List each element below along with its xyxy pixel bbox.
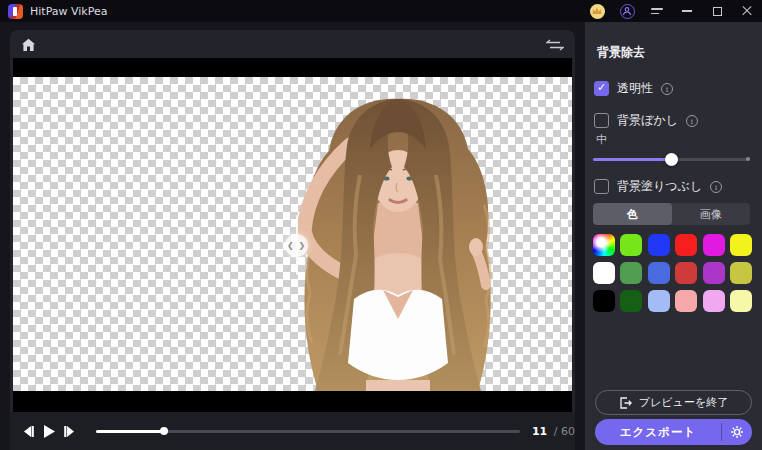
fill-option-row: 背景塗りつぶし — [594, 178, 722, 195]
canvas-panel: ❮ ❯ 11 / 60 — [10, 30, 575, 450]
transparency-option-row: 透明性 — [594, 80, 673, 97]
color-swatch[interactable] — [620, 290, 642, 312]
color-swatch[interactable] — [675, 290, 697, 312]
background-blur-checkbox[interactable] — [594, 113, 609, 128]
color-swatch-grid — [593, 234, 752, 312]
account-avatar — [620, 4, 635, 19]
background-blur-info-icon[interactable] — [686, 115, 698, 127]
vip-badge — [590, 4, 605, 19]
play-icon[interactable] — [39, 420, 60, 442]
titlebar: HitPaw VikPea — [0, 0, 762, 22]
color-swatch[interactable] — [703, 262, 725, 284]
blur-level-label: 中 — [596, 132, 607, 147]
blur-strength-slider-thumb[interactable] — [665, 153, 678, 166]
player-bar: 11 / 60 — [10, 412, 575, 450]
background-blur-label: 背景ぼかし — [617, 112, 678, 129]
color-swatch[interactable] — [620, 262, 642, 284]
color-swatch[interactable] — [675, 262, 697, 284]
next-frame-icon[interactable] — [60, 420, 81, 442]
timeline-slider[interactable] — [96, 424, 520, 438]
app-title: HitPaw VikPea — [30, 5, 107, 18]
export-button[interactable]: エクスポート — [595, 419, 752, 445]
background-fill-checkbox[interactable] — [594, 179, 609, 194]
color-swatch[interactable] — [730, 290, 752, 312]
close-icon[interactable] — [732, 0, 762, 22]
video-preview-area[interactable]: ❮ ❯ — [13, 58, 572, 412]
canvas-toolbar — [10, 30, 575, 58]
blur-strength-slider-fill — [593, 158, 672, 161]
color-swatch[interactable] — [703, 234, 725, 256]
background-removal-panel: 背景除去 透明性 背景ぼかし 中 背景塗りつぶし 色 画像 プレビューを終了 エ… — [585, 22, 762, 450]
panel-title: 背景除去 — [597, 44, 645, 61]
color-swatch[interactable] — [593, 290, 615, 312]
home-icon[interactable] — [17, 35, 39, 55]
color-swatch[interactable] — [703, 290, 725, 312]
color-swatch[interactable] — [730, 234, 752, 256]
tab-image[interactable]: 画像 — [672, 203, 751, 225]
total-frames: / 60 — [554, 425, 575, 438]
subject-image — [280, 85, 515, 391]
frame-counter: 11 / 60 — [532, 425, 575, 438]
background-fill-info-icon[interactable] — [710, 181, 722, 193]
color-swatch[interactable] — [648, 290, 670, 312]
color-swatch[interactable] — [648, 234, 670, 256]
timeline-fill — [96, 430, 164, 433]
account-icon[interactable] — [612, 0, 642, 22]
exit-icon — [619, 397, 632, 409]
timeline-thumb[interactable] — [160, 427, 168, 435]
exit-preview-label: プレビューを終了 — [639, 395, 728, 410]
color-swatch[interactable] — [620, 234, 642, 256]
maximize-icon[interactable] — [702, 0, 732, 22]
blur-strength-slider[interactable] — [593, 151, 750, 167]
blur-option-row: 背景ぼかし — [594, 112, 698, 129]
compare-arrows-icon[interactable] — [543, 35, 567, 55]
tab-color[interactable]: 色 — [593, 203, 672, 225]
color-picker-swatch[interactable] — [593, 234, 615, 256]
color-swatch[interactable] — [593, 262, 615, 284]
color-swatch[interactable] — [648, 262, 670, 284]
exit-preview-button[interactable]: プレビューを終了 — [595, 390, 752, 415]
transparency-info-icon[interactable] — [661, 83, 673, 95]
color-swatch[interactable] — [730, 262, 752, 284]
app-logo-icon — [8, 4, 23, 19]
export-label[interactable]: エクスポート — [595, 419, 721, 445]
minimize-icon[interactable] — [672, 0, 702, 22]
background-fill-label: 背景塗りつぶし — [617, 178, 702, 195]
current-frame: 11 — [532, 425, 547, 438]
previous-frame-icon[interactable] — [18, 420, 39, 442]
titlebar-controls — [582, 0, 762, 22]
transparency-checkbox[interactable] — [594, 81, 609, 96]
vip-icon[interactable] — [582, 0, 612, 22]
color-swatch[interactable] — [675, 234, 697, 256]
compare-slider-handle[interactable]: ❮ ❯ — [285, 234, 308, 257]
fill-source-tabs: 色 画像 — [593, 203, 750, 225]
transparency-label: 透明性 — [617, 80, 653, 97]
menu-icon[interactable] — [642, 0, 672, 22]
export-settings-gear-icon[interactable] — [722, 419, 752, 445]
